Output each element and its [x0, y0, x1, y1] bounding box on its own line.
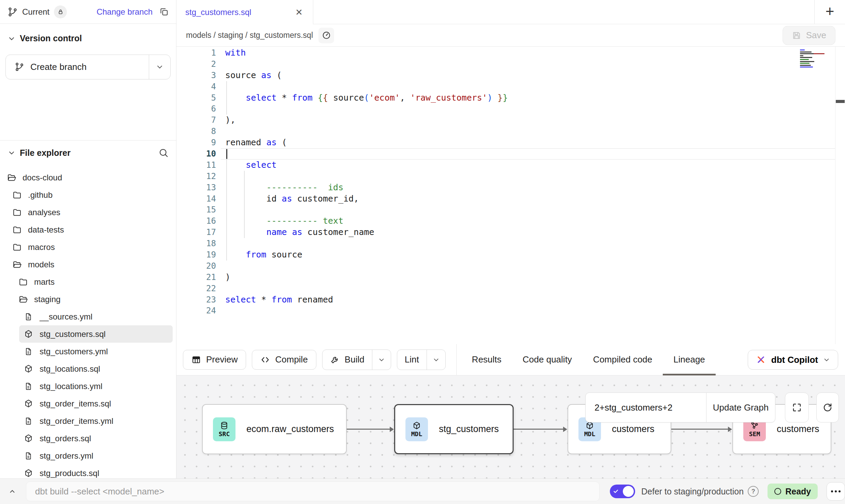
code-line-20[interactable]: 20: [176, 261, 835, 272]
tree-item-stg-locations-yml[interactable]: stg_locations.yml: [0, 377, 173, 395]
code-line-2[interactable]: 2: [176, 59, 835, 70]
lineage-edge: [347, 429, 390, 430]
copilot-gauge-chip[interactable]: [318, 28, 334, 43]
scrollbar-thumb[interactable]: [836, 100, 845, 103]
tree-item-label: stg_customers.sql: [40, 329, 105, 339]
code-line-16[interactable]: 16 ---------- text: [176, 216, 835, 227]
code-lines[interactable]: 1with23source as (45 select * from {{ so…: [176, 47, 835, 344]
fullscreen-button[interactable]: [785, 392, 809, 423]
tree-item-stg-products-sql[interactable]: stg_products.sql: [0, 464, 173, 478]
code-editor[interactable]: 1with23source as (45 select * from {{ so…: [176, 47, 845, 344]
tree-item-docs-cloud[interactable]: docs-cloud: [0, 169, 173, 186]
code-line-12[interactable]: 12: [176, 171, 835, 182]
tree-item-stg-customers-sql[interactable]: stg_customers.sql: [19, 325, 173, 343]
create-branch-button[interactable]: Create branch: [5, 55, 171, 79]
change-branch-link[interactable]: Change branch: [97, 7, 153, 17]
file-explorer-header[interactable]: File explorer: [0, 145, 176, 161]
code-line-3[interactable]: 3source as (: [176, 70, 835, 81]
current-branch-label: Current: [22, 7, 49, 17]
dbt-copilot-button[interactable]: dbt Copilot: [748, 350, 838, 370]
collapse-panel-button[interactable]: [5, 485, 19, 498]
lint-dropdown[interactable]: [427, 350, 445, 370]
build-dropdown[interactable]: [372, 350, 391, 370]
code-line-14[interactable]: 14 id as customer_id,: [176, 193, 835, 205]
tree-item-staging[interactable]: staging: [0, 291, 173, 308]
code-line-9[interactable]: 9renamed as (: [176, 137, 835, 148]
tree-item-stg-order-items-yml[interactable]: stg_order_items.yml: [0, 412, 173, 430]
editor-tabbar: stg_customers.sql ✕ +: [176, 0, 845, 24]
copy-icon[interactable]: [159, 7, 169, 16]
tree-item-stg-orders-sql[interactable]: stg_orders.sql: [0, 430, 173, 447]
tree-item--github[interactable]: .github: [0, 186, 173, 204]
dbt-command-input[interactable]: [26, 481, 600, 501]
refresh-button[interactable]: [816, 392, 839, 423]
tree-item-marts[interactable]: marts: [0, 273, 173, 291]
line-number: 10: [176, 148, 216, 160]
tree-item-stg-order-items-sql[interactable]: stg_order_items.sql: [0, 395, 173, 412]
code-line-15[interactable]: 15: [176, 204, 835, 216]
tree-item-macros[interactable]: macros: [0, 238, 173, 256]
editor-scrollbar[interactable]: [835, 47, 845, 344]
app-window: Current Change branch Version control: [0, 0, 845, 478]
tab-stg-customers-sql[interactable]: stg_customers.sql ✕: [176, 0, 313, 24]
check-icon: [613, 488, 619, 494]
tree-item-stg-customers-yml[interactable]: stg_customers.yml: [0, 343, 173, 360]
code-line-21[interactable]: 21): [176, 272, 835, 283]
chevron-up-icon: [8, 487, 17, 496]
preview-button[interactable]: Preview: [183, 350, 246, 370]
tab-results[interactable]: Results: [461, 344, 512, 375]
line-number: 20: [176, 261, 216, 272]
code-line-11[interactable]: 11 select: [176, 160, 835, 171]
build-button[interactable]: Build: [323, 350, 372, 370]
folder-open-icon: [7, 173, 17, 182]
tree-item-stg-orders-yml[interactable]: stg_orders.yml: [0, 447, 173, 464]
create-branch-main[interactable]: Create branch: [6, 55, 149, 79]
code-line-text: ---------- ids: [225, 182, 343, 193]
code-line-10[interactable]: 10: [176, 148, 835, 160]
code-line-4[interactable]: 4: [176, 81, 835, 92]
code-line-18[interactable]: 18: [176, 238, 835, 249]
tree-item-data-tests[interactable]: data-tests: [0, 221, 173, 238]
line-number: 22: [176, 283, 216, 294]
code-line-23[interactable]: 23select * from renamed: [176, 294, 835, 306]
lineage-selector-input[interactable]: 2+stg_customers+2: [586, 393, 706, 422]
lineage-edge: [671, 429, 728, 430]
code-line-8[interactable]: 8: [176, 126, 835, 137]
compile-button[interactable]: Compile: [252, 350, 316, 370]
tree-item-analyses[interactable]: analyses: [0, 204, 173, 221]
close-icon[interactable]: ✕: [294, 6, 304, 18]
code-line-7[interactable]: 7),: [176, 115, 835, 126]
code-line-13[interactable]: 13 ---------- ids: [176, 182, 835, 193]
lineage-node-stg-customers[interactable]: MDL stg_customers: [394, 404, 514, 454]
defer-toggle[interactable]: [610, 485, 635, 498]
lineage-canvas[interactable]: SRC ecom.raw_customers MDL stg_customers: [176, 375, 845, 479]
save-button[interactable]: Save: [783, 26, 835, 45]
tab-lineage[interactable]: Lineage: [663, 344, 716, 375]
create-branch-dropdown[interactable]: [149, 55, 170, 79]
more-options-button[interactable]: [827, 482, 845, 501]
doc-icon: [24, 451, 34, 460]
code-line-5[interactable]: 5 select * from {{ source('ecom', 'raw_c…: [176, 92, 835, 104]
code-line-22[interactable]: 22: [176, 283, 835, 294]
lint-button[interactable]: Lint: [397, 350, 427, 370]
folder-icon: [18, 277, 29, 287]
tab-code-quality[interactable]: Code quality: [512, 344, 583, 375]
tab-compiled-code[interactable]: Compiled code: [583, 344, 663, 375]
help-icon[interactable]: ?: [748, 486, 759, 497]
table-icon: [191, 355, 201, 365]
tree-item--sources-yml[interactable]: __sources.yml: [0, 308, 173, 325]
update-graph-button[interactable]: Update Graph: [706, 393, 775, 422]
tree-item-stg-locations-sql[interactable]: stg_locations.sql: [0, 360, 173, 377]
version-control-header[interactable]: Version control: [0, 31, 176, 46]
code-line-19[interactable]: 19 from source: [176, 249, 835, 261]
search-icon[interactable]: [158, 148, 169, 158]
code-line-17[interactable]: 17 name as customer_name: [176, 227, 835, 238]
tree-item-label: stg_locations.yml: [40, 382, 102, 391]
tree-item-models[interactable]: models: [0, 256, 173, 273]
code-line-6[interactable]: 6: [176, 103, 835, 115]
minimap[interactable]: [800, 49, 829, 69]
new-tab-button[interactable]: +: [814, 0, 845, 24]
lineage-node-ecom-raw-customers[interactable]: SRC ecom.raw_customers: [202, 404, 347, 454]
code-line-1[interactable]: 1with: [176, 47, 835, 59]
code-line-24[interactable]: 24: [176, 305, 835, 316]
